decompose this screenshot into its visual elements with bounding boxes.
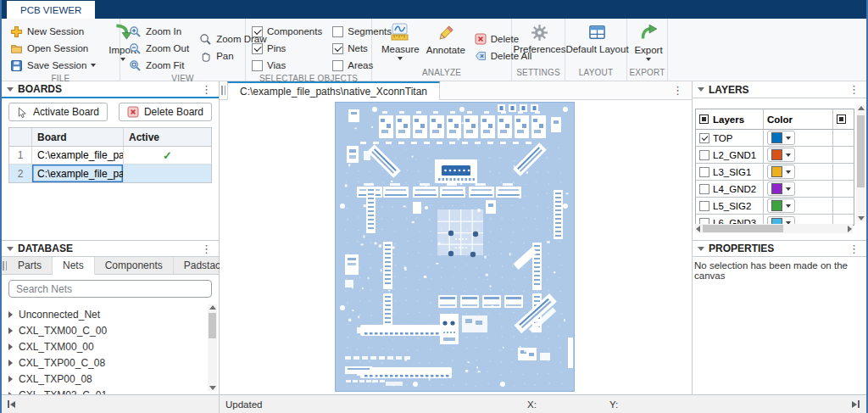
search-nets-box [8, 280, 212, 298]
annotate-button[interactable]: Annotate [423, 23, 469, 68]
scroll-down-icon[interactable] [858, 216, 865, 220]
canvas-overflow-icon[interactable]: ⋮ [670, 81, 685, 99]
pcb-canvas[interactable] [220, 100, 692, 394]
preferences-label: Preferences [514, 44, 566, 54]
properties-collapse-icon[interactable] [698, 247, 704, 251]
annotate-pencil-icon [436, 24, 455, 43]
scroll-up-icon[interactable] [858, 106, 865, 110]
layers-collapse-icon[interactable] [698, 87, 704, 92]
boards-collapse-icon[interactable] [7, 87, 14, 92]
zoom-fit-button[interactable]: Zoom Fit [126, 57, 192, 74]
extra-column-icon[interactable] [837, 114, 846, 124]
layer-visible-checkbox[interactable] [699, 167, 709, 177]
layer-row-top[interactable]: TOP [696, 130, 854, 147]
open-session-label: Open Session [27, 43, 88, 53]
layer-color-dropdown[interactable] [767, 198, 795, 213]
tab-pcb-viewer[interactable]: PCB VIEWER [7, 1, 95, 19]
areas-checkbox-box[interactable] [332, 60, 343, 71]
nets-label: Nets [348, 43, 368, 53]
layer-color-dropdown[interactable] [767, 148, 795, 162]
layer-visible-checkbox[interactable] [699, 201, 709, 211]
open-session-button[interactable]: Open Session [8, 40, 98, 57]
layers-hscrollbar[interactable] [695, 224, 853, 233]
nets-scrollbar[interactable] [208, 304, 217, 391]
tab-nets[interactable]: Nets [53, 257, 95, 275]
export-dropdown-caret[interactable] [646, 58, 651, 61]
net-item[interactable]: CXL_TXM00_00 [8, 338, 219, 354]
board-column-header: Board [31, 128, 123, 146]
tab-components[interactable]: Components [95, 257, 174, 274]
canvas-grip-icon[interactable] [220, 81, 227, 99]
scroll-right-icon[interactable] [848, 226, 852, 232]
components-checkbox[interactable]: Components [252, 23, 322, 40]
vias-checkbox[interactable]: Vias [252, 57, 322, 74]
scroll-up-icon[interactable] [209, 305, 216, 310]
database-collapse-icon[interactable] [7, 247, 14, 251]
board-row-2[interactable]: 2 C:\example_file_paths\... [9, 165, 211, 182]
net-item[interactable]: Unconnected_Net [8, 306, 219, 322]
save-session-button[interactable]: Save Session [8, 57, 98, 74]
save-session-dropdown-caret[interactable] [91, 64, 96, 67]
default-layout-label: Default Layout [565, 44, 628, 54]
export-arrow-icon [638, 23, 659, 43]
layers-vscrollbar[interactable] [856, 105, 865, 221]
board-row-1[interactable]: 1 C:\example_file_paths\... ✓ [9, 147, 211, 165]
database-hscrollbar[interactable] [2, 394, 220, 413]
pins-checkbox-box[interactable] [252, 43, 263, 54]
board-path-cell[interactable]: C:\example_file_paths\... [31, 147, 123, 164]
components-label: Components [267, 26, 322, 36]
layer-color-dropdown[interactable] [767, 181, 795, 196]
search-nets-input[interactable] [16, 283, 204, 295]
export-button[interactable]: Export [631, 23, 665, 68]
status-message: Updated [220, 399, 262, 410]
areas-label: Areas [348, 60, 373, 70]
new-session-button[interactable]: New Session [8, 23, 98, 40]
scroll-home-icon[interactable] [8, 400, 15, 408]
preferences-button[interactable]: Preferences [510, 23, 570, 68]
measure-dropdown-caret[interactable] [398, 57, 403, 60]
tab-parts[interactable]: Parts [8, 257, 53, 274]
expand-icon[interactable] [8, 376, 13, 382]
cursor-x-label: X: [527, 395, 537, 413]
default-layout-button[interactable]: Default Layout [562, 23, 632, 68]
layer-color-dropdown[interactable] [767, 165, 795, 179]
database-overflow-icon[interactable]: ⋮ [199, 243, 214, 254]
layer-row-l2-gnd1[interactable]: L2_GND1 [696, 147, 854, 164]
pcb-board-image[interactable] [335, 102, 575, 394]
scroll-left-icon[interactable] [696, 226, 700, 232]
layers-overflow-icon[interactable]: ⋮ [847, 84, 861, 95]
tabbar-grip-icon[interactable] [2, 257, 8, 274]
layer-row-l3-sig1[interactable]: L3_SIG1 [696, 164, 854, 181]
document-tab[interactable]: C:\example_file_paths\native_XconnTitan [227, 81, 440, 100]
zoom-out-button[interactable]: Zoom Out [126, 40, 192, 57]
board-path-cell-selected[interactable]: C:\example_file_paths\... [31, 165, 123, 182]
expand-icon[interactable] [8, 327, 13, 334]
expand-icon[interactable] [8, 360, 13, 366]
zoom-in-button[interactable]: Zoom In [126, 23, 192, 40]
layer-visible-checkbox[interactable] [699, 150, 709, 160]
expand-icon[interactable] [8, 311, 13, 318]
status-expand-icon[interactable] [852, 400, 860, 408]
net-item[interactable]: CXL_TXM00_C_00 [8, 322, 219, 338]
expand-icon[interactable] [8, 343, 13, 350]
segments-checkbox-box[interactable] [332, 26, 343, 37]
select-all-layers-icon[interactable] [699, 114, 709, 124]
layer-row-l5-sig2[interactable]: L5_SIG2 [696, 198, 854, 215]
pins-checkbox[interactable]: Pins [252, 40, 322, 57]
scroll-down-icon[interactable] [209, 386, 216, 390]
components-checkbox-box[interactable] [252, 26, 263, 37]
net-item[interactable]: CXL_TXP00_C_08 [8, 354, 219, 371]
net-item[interactable]: CXL_TXM03_C_01 [8, 387, 219, 394]
boards-overflow-icon[interactable]: ⋮ [199, 84, 214, 95]
layer-visible-checkbox[interactable] [699, 184, 709, 194]
net-item[interactable]: CXL_TXP00_08 [8, 371, 219, 387]
nets-checkbox-box[interactable] [332, 43, 343, 54]
measure-button[interactable]: Measure [378, 23, 423, 68]
delete-board-button[interactable]: Delete Board [119, 103, 212, 121]
layer-row-l4-gnd2[interactable]: L4_GND2 [696, 181, 854, 198]
layer-visible-checkbox[interactable] [699, 133, 709, 143]
properties-overflow-icon[interactable]: ⋮ [847, 243, 861, 254]
activate-board-button[interactable]: Activate Board [8, 103, 108, 121]
layer-color-dropdown[interactable] [767, 131, 795, 145]
vias-checkbox-box[interactable] [252, 60, 263, 71]
